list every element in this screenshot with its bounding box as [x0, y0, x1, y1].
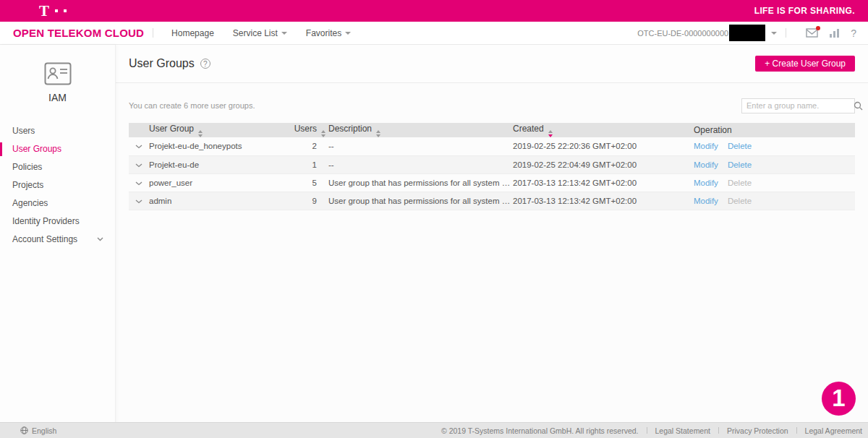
account-id-label[interactable]: OTC-EU-DE-0000000000 [637, 29, 728, 38]
description-cell: User group that has permissions for all … [328, 173, 513, 192]
search-input[interactable] [742, 100, 854, 112]
expand-chevron-icon[interactable] [135, 199, 142, 204]
app-window: T LIFE IS FOR SHARING. OPEN TELEKOM CLOU… [0, 0, 868, 438]
header-divider [786, 28, 786, 38]
modify-link[interactable]: Modify [694, 179, 718, 187]
group-name-cell: Projekt-eu-de_honeypots [149, 137, 279, 155]
users-count-cell: 9 [279, 192, 328, 210]
page-title: User Groups [129, 57, 195, 70]
sidebar-item-projects[interactable]: Projects [0, 176, 115, 194]
users-count-cell: 2 [279, 137, 328, 155]
column-label: Operation [694, 125, 732, 135]
copyright-text: © 2019 T-Systems International GmbH. All… [441, 426, 639, 435]
column-label: Created [513, 124, 544, 134]
sidebar-item-users[interactable]: Users [0, 122, 115, 140]
modify-link[interactable]: Modify [694, 160, 718, 169]
sort-icon[interactable] [548, 130, 553, 137]
expand-chevron-icon[interactable] [135, 181, 142, 186]
iam-service-icon [44, 62, 72, 85]
language-selector[interactable]: English [20, 426, 56, 435]
footer-divider [796, 427, 797, 434]
sort-icon[interactable] [321, 130, 326, 137]
user-groups-table: User Group Users Description Created Ope… [129, 123, 855, 210]
expand-chevron-icon[interactable] [135, 163, 142, 168]
table-row: admin 9 User group that has permissions … [129, 192, 855, 210]
group-search-box [741, 98, 855, 113]
created-cell: 2019-02-25 22:20:36 GMT+02:00 [513, 137, 694, 155]
created-cell: 2017-03-13 12:13:42 GMT+02:00 [513, 173, 694, 192]
privacy-protection-link[interactable]: Privacy Protection [727, 426, 788, 435]
delete-link[interactable]: Delete [728, 160, 752, 169]
brand-title[interactable]: OPEN TELEKOM CLOUD [13, 27, 144, 39]
nav-favorites[interactable]: Favorites [306, 28, 351, 38]
group-name-cell: admin [149, 192, 279, 210]
column-header-description[interactable]: Description [328, 123, 513, 137]
nav-homepage[interactable]: Homepage [171, 28, 214, 38]
globe-icon [20, 426, 28, 434]
notification-dot [816, 26, 820, 30]
legal-agreement-link[interactable]: Legal Agreement [805, 426, 862, 435]
sidebar-menu: Users User Groups Policies Projects Agen… [0, 122, 115, 249]
create-user-group-button[interactable]: + Create User Group [755, 56, 855, 72]
step-annotation-badge: 1 [822, 382, 856, 416]
sidebar-item-user-groups[interactable]: User Groups [0, 140, 115, 158]
chevron-down-icon [345, 32, 351, 35]
users-count-cell: 5 [279, 173, 328, 192]
sort-icon[interactable] [198, 130, 203, 137]
chevron-down-icon [281, 32, 287, 35]
legal-statement-link[interactable]: Legal Statement [655, 426, 710, 435]
chevron-down-icon [97, 237, 103, 241]
expand-column-header [129, 123, 149, 137]
sidebar: IAM Users User Groups Policies Projects … [0, 45, 116, 438]
created-cell: 2017-03-13 12:13:42 GMT+02:00 [513, 192, 694, 210]
delete-link: Delete [728, 197, 752, 205]
column-header-users[interactable]: Users [279, 123, 328, 137]
telekom-logo-dot [55, 9, 58, 12]
table-row: power_user 5 User group that has permiss… [129, 173, 855, 192]
group-name-cell: power_user [149, 173, 279, 192]
column-header-user-group[interactable]: User Group [149, 123, 279, 137]
users-count-cell: 1 [279, 155, 328, 173]
sidebar-item-agencies[interactable]: Agencies [0, 194, 115, 212]
sidebar-item-policies[interactable]: Policies [0, 158, 115, 176]
delete-link[interactable]: Delete [728, 142, 752, 150]
service-name[interactable]: IAM [0, 92, 115, 103]
telekom-topbar: T LIFE IS FOR SHARING. [0, 0, 868, 22]
telekom-logo: T [39, 4, 67, 17]
search-icon[interactable] [854, 101, 863, 111]
modify-link[interactable]: Modify [694, 197, 718, 205]
nav-service-list[interactable]: Service List [233, 28, 287, 38]
column-header-created[interactable]: Created [513, 123, 694, 137]
description-cell: -- [328, 155, 513, 173]
description-cell: -- [328, 137, 513, 155]
app-header: OPEN TELEKOM CLOUD Homepage Service List… [0, 22, 868, 45]
quota-hint: You can create 6 more user groups. [129, 101, 255, 110]
title-help-icon[interactable]: ? [200, 59, 210, 69]
account-dropdown-caret-icon[interactable] [771, 32, 777, 35]
sidebar-item-account-settings[interactable]: Account Settings [0, 231, 115, 249]
expand-chevron-icon[interactable] [135, 145, 142, 149]
nav-service-list-label: Service List [233, 28, 278, 38]
bar-chart-icon[interactable] [829, 28, 840, 38]
footer-divider [718, 427, 719, 434]
delete-link: Delete [728, 179, 752, 187]
page-footer: English © 2019 T-Systems International G… [0, 422, 868, 438]
nav-favorites-label: Favorites [306, 28, 341, 38]
content-area: You can create 6 more user groups. [116, 98, 868, 210]
footer-links: © 2019 T-Systems International GmbH. All… [441, 426, 862, 435]
column-label: Description [328, 124, 372, 134]
mail-icon[interactable] [806, 28, 818, 38]
help-icon[interactable]: ? [851, 27, 856, 39]
sort-icon[interactable] [376, 130, 380, 137]
table-toolbar: You can create 6 more user groups. [129, 98, 855, 113]
language-label: English [32, 426, 56, 435]
header-divider [153, 28, 153, 38]
column-label: Users [294, 124, 317, 134]
table-row: Projekt-eu-de_honeypots 2 -- 2019-02-25 … [129, 137, 855, 155]
column-label: User Group [149, 124, 194, 134]
header-right-section: OTC-EU-DE-0000000000 ? [637, 25, 856, 41]
sidebar-item-identity-providers[interactable]: Identity Providers [0, 212, 115, 231]
modify-link[interactable]: Modify [694, 142, 718, 150]
telekom-t-glyph: T [39, 4, 49, 17]
sidebar-item-account-settings-label: Account Settings [12, 234, 77, 244]
